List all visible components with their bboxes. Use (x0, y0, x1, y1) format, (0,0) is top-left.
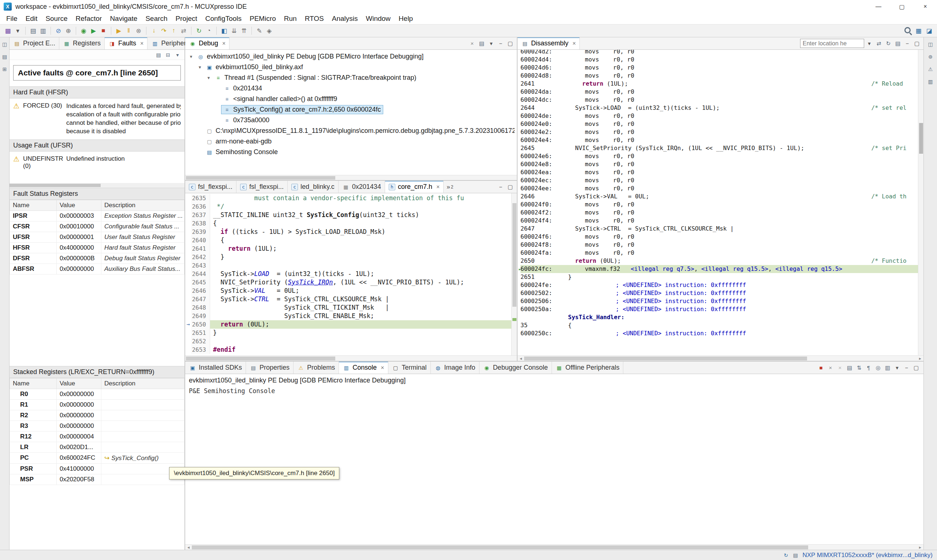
collapse-all-icon[interactable]: ⊟ (164, 51, 172, 59)
tree-item[interactable]: ≡<signal handler called>() at 0xfffffff9 (221, 94, 339, 103)
open-console-dropdown-icon[interactable]: ▾ (893, 363, 902, 372)
maximize-view-icon[interactable]: ▢ (912, 39, 921, 48)
tab-installed-sdks[interactable]: ▣Installed SDKs (185, 362, 246, 374)
debug-tree-row[interactable]: ≡0x201434 (185, 83, 517, 94)
restore-build-icon[interactable]: ⊚ (926, 53, 934, 61)
register-row-r12[interactable]: R120x00000004 (10, 431, 185, 442)
column-header-description[interactable]: Description (102, 200, 185, 211)
close-button[interactable]: × (914, 0, 937, 13)
profile-icon[interactable]: ◔ (204, 26, 214, 36)
show-source-icon[interactable]: ▤ (894, 39, 902, 48)
debug-tree-row[interactable]: ≡<signal handler called>() at 0xfffffff9 (185, 94, 517, 104)
editor-tab-fsl-flexspi[interactable]: cfsl_flexspi... (237, 181, 288, 193)
mcu-status-link[interactable]: NXP MIMXRT1052xxxxB* (evkbimxr...d_blink… (802, 552, 932, 559)
peripherals-icon[interactable]: ▥ (151, 40, 158, 47)
export-icon[interactable]: ⇈ (239, 26, 249, 36)
search-icon[interactable] (903, 26, 913, 36)
editor-tab-0x201434[interactable]: ▦0x201434 (338, 181, 385, 193)
scrollbar-thumb[interactable] (9, 184, 101, 187)
restore-outline-icon[interactable]: ▤ (1, 53, 9, 61)
menu-rtos[interactable]: RTOS (301, 15, 328, 23)
expander-icon[interactable]: ▾ (196, 65, 203, 70)
debug-tree-row[interactable]: ▾▣evkbimxrt1050_iled_blinky.axf (185, 62, 517, 72)
tab-overflow-button[interactable]: »2 (444, 181, 456, 193)
tab-faults[interactable]: ◨Faults× (105, 37, 148, 49)
maximize-view-icon[interactable]: ▢ (506, 39, 515, 48)
tree-item[interactable]: ≡0x201434 (221, 84, 264, 93)
menu-source[interactable]: Source (42, 15, 71, 23)
new-wizard-icon[interactable]: ▩ (3, 26, 13, 36)
column-header-name[interactable]: Name (10, 378, 57, 389)
menu-navigate[interactable]: Navigate (106, 15, 141, 23)
faults-icon[interactable]: ◨ (108, 40, 115, 47)
tab-console[interactable]: ▥Console× (339, 362, 388, 374)
tree-item[interactable]: ≡SysTick_Config() at core_cm7.h:2,650 0x… (221, 105, 383, 114)
perspective-develop-icon[interactable]: ▦ (914, 26, 923, 36)
maximize-view-icon[interactable]: ▢ (506, 183, 515, 191)
properties-icon[interactable]: ▤ (249, 364, 257, 371)
resume-icon[interactable]: ▶ (114, 26, 124, 36)
minimize-view-icon[interactable]: − (496, 39, 505, 48)
scrollbar-thumb[interactable] (186, 357, 335, 360)
tab-debugger-console[interactable]: ◉Debugger Console (480, 362, 552, 374)
debug-launch-tree[interactable]: ▾◎evkbimxrt1050_iled_blinky PE Debug [GD… (185, 50, 517, 175)
menu-project[interactable]: Project (172, 15, 201, 23)
word-wrap-icon[interactable]: ¶ (864, 363, 873, 372)
tab-image-info[interactable]: ◍Image Info (431, 362, 480, 374)
editor-tab-core-cm7-h[interactable]: hcore_cm7.h× (385, 181, 444, 193)
debugger-console-icon[interactable]: ◉ (483, 364, 491, 371)
minimize-view-icon[interactable]: − (903, 39, 912, 48)
restore-problems-icon[interactable]: ⚠ (926, 65, 934, 73)
menu-edit[interactable]: Edit (22, 15, 42, 23)
tree-item[interactable]: ≡0x735a0000 (221, 115, 272, 125)
perspective-debug-icon[interactable]: ◪ (924, 26, 934, 36)
tab-offline-peripherals[interactable]: ▦Offline Peripherals (552, 362, 624, 374)
tab-terminal[interactable]: ▢Terminal (388, 362, 431, 374)
column-header-name[interactable]: Name (10, 200, 57, 211)
register-row-r2[interactable]: R20x00000000 (10, 410, 185, 420)
tree-item[interactable]: ▤Semihosting Console (203, 148, 280, 157)
terminal-icon[interactable]: ▢ (392, 364, 399, 371)
clear-console-icon[interactable]: ▤ (845, 363, 854, 372)
editor-horizontal-scrollbar[interactable] (185, 355, 517, 361)
register-description-text[interactable]: SysTick_Config() (111, 455, 158, 462)
instruction-stepping-icon[interactable]: ⇄ (178, 26, 189, 36)
scrollbar-thumb[interactable] (192, 545, 808, 549)
usage-fault-entry[interactable]: ⚠ UNDEFINSTR (0) Undefined instruction (9, 152, 185, 174)
register-row-psr[interactable]: PSR0x41000000 (10, 463, 185, 474)
column-header-value[interactable]: Value (57, 378, 102, 389)
image-info-icon[interactable]: ◍ (434, 364, 442, 371)
skip-breakpoints-icon[interactable]: ⊘ (54, 26, 63, 36)
restore-outline-icon[interactable]: ◫ (926, 40, 934, 48)
hard-fault-entry[interactable]: ⚠ FORCED (30) Indicates a forced hard fa… (9, 98, 185, 140)
import-icon[interactable]: ⇊ (229, 26, 239, 36)
scrollbar-thumb[interactable] (524, 357, 807, 360)
debug-tree-row[interactable]: ▢arm-none-eabi-gdb (185, 136, 517, 147)
new-dropdown-icon[interactable]: ▾ (13, 26, 23, 36)
location-input[interactable] (800, 39, 864, 48)
close-icon[interactable]: × (436, 184, 440, 190)
register-row-r3[interactable]: R30x00000000 (10, 420, 185, 431)
debug-view-layout-icon[interactable]: ▤ (477, 39, 486, 48)
refresh-icon[interactable]: ↻ (884, 39, 893, 48)
debug-tree-row[interactable]: ▾≡Thread #1 (Suspended : Signal : SIGTRA… (185, 72, 517, 83)
menu-file[interactable]: File (2, 15, 22, 23)
menu-pemicro[interactable]: PEMicro (246, 15, 280, 23)
tab-registers[interactable]: ▦Registers (59, 37, 105, 49)
tab-debug[interactable]: ◉ Debug × (185, 37, 229, 49)
debug-icon[interactable]: ◉ (79, 26, 89, 36)
close-icon[interactable]: × (381, 365, 384, 371)
faults-horizontal-scrollbar[interactable] (9, 183, 185, 188)
debug-horizontal-scrollbar[interactable] (185, 175, 517, 180)
close-icon[interactable]: × (222, 40, 225, 47)
menu-analysis[interactable]: Analysis (328, 15, 362, 23)
register-row-ufsr[interactable]: UFSR0x00000001User fault Status Register (10, 232, 185, 242)
build-icon[interactable]: ⊕ (63, 26, 73, 36)
progress-icon[interactable]: ▤ (791, 551, 799, 559)
restore-terminal-icon[interactable]: ▥ (926, 78, 934, 86)
tree-item[interactable]: ≡Thread #1 (Suspended : Signal : SIGTRAP… (212, 73, 419, 82)
debug-tree-row[interactable]: ▤Semihosting Console (185, 147, 517, 157)
tab-disassembly[interactable]: ▤ Disassembly × (517, 37, 580, 49)
editor-tab-led-blinky-c[interactable]: cled_blinky.c (288, 181, 338, 193)
tab-project-e[interactable]: ▤Project E... (9, 37, 59, 49)
